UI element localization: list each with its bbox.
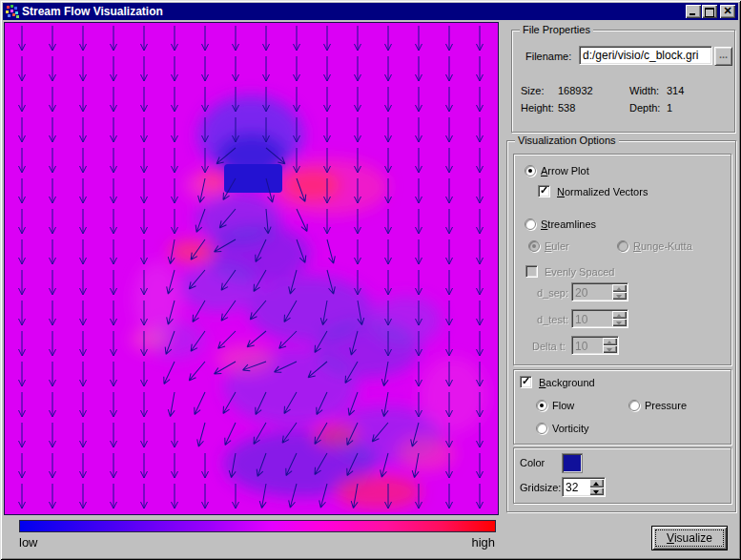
vorticity-label: Vorticity: [552, 423, 589, 434]
vorticity-radio[interactable]: [536, 423, 547, 434]
d-sep-up-icon: [612, 284, 627, 292]
flow-label: Flow: [552, 400, 574, 411]
app-window: Stream Flow Visualization ✕ low high Fil…: [0, 0, 741, 560]
normalized-vectors-checkbox[interactable]: ✓: [538, 185, 550, 197]
depth-value: 1: [667, 102, 672, 114]
pressure-radio[interactable]: [628, 400, 640, 411]
color-label: Color: [520, 457, 545, 468]
colorbar-low-label: low: [19, 535, 38, 550]
window-title: Stream Flow Visualization: [22, 5, 163, 18]
delta-t-spinner: 10: [571, 336, 619, 355]
delta-t-label: Delta t:: [532, 341, 566, 352]
close-icon: ✕: [720, 5, 735, 17]
visualization-options-title: Visualization Options: [515, 135, 619, 146]
size-label: Size:: [521, 85, 544, 96]
depth-label: Depth:: [629, 102, 660, 114]
runge-kutta-label: Runge-Kutta: [633, 240, 692, 252]
background-panel: ✓ Background Flow Pressure Vorticity: [513, 369, 731, 445]
evenly-spaced-label: Evenly Spaced: [545, 266, 614, 278]
height-label: Height:: [521, 102, 554, 114]
visualize-button-label: Visualize: [652, 531, 727, 545]
width-value: 314: [667, 85, 684, 96]
pressure-label: Pressure: [645, 400, 687, 411]
d-test-label: d_test:: [537, 314, 568, 325]
arrow-plot-radio[interactable]: [525, 165, 536, 176]
width-label: Width:: [629, 85, 659, 96]
streamlines-radio[interactable]: [525, 218, 536, 230]
maximize-icon: [705, 8, 714, 17]
minimize-icon: [690, 13, 695, 15]
minimize-button[interactable]: [686, 5, 701, 18]
height-value: 538: [558, 102, 575, 114]
plot-mode-panel: Arrow Plot ✓ Normalized Vectors Streamli…: [513, 154, 731, 365]
euler-label: Euler: [545, 240, 569, 252]
app-icon: [6, 5, 19, 18]
close-button[interactable]: ✕: [720, 5, 735, 18]
delta-t-up-icon: [603, 338, 617, 345]
title-bar[interactable]: Stream Flow Visualization ✕: [3, 3, 738, 20]
browse-button[interactable]: ...: [714, 47, 732, 66]
file-properties-title: File Properties: [520, 24, 593, 35]
file-properties-group: File Properties Filename: d:/geri/visio/…: [511, 30, 735, 133]
color-gridsize-panel: Color Gridsize: 32: [513, 447, 731, 504]
color-swatch[interactable]: [562, 453, 583, 473]
d-test-up-icon: [612, 311, 627, 319]
filename-input[interactable]: d:/geri/visio/c_block.gri: [579, 46, 712, 65]
flow-visualization-canvas: [4, 22, 499, 515]
visualization-options-group: Visualization Options Arrow Plot ✓ Norma…: [506, 140, 736, 512]
d-test-spinner: 10: [571, 309, 628, 328]
filename-label: Filename:: [525, 51, 571, 62]
visualize-button[interactable]: Visualize: [651, 526, 728, 550]
runge-kutta-radio: [617, 240, 628, 252]
streamlines-label: Streamlines: [541, 218, 596, 230]
color-scale-bar: [19, 520, 496, 532]
gridsize-label: Gridsize:: [520, 482, 561, 493]
delta-t-down-icon: [603, 345, 617, 353]
size-value: 168932: [558, 85, 593, 96]
d-test-down-icon: [612, 319, 627, 326]
euler-radio: [528, 240, 540, 252]
d-sep-down-icon: [612, 292, 627, 300]
colorbar-high-label: high: [448, 535, 495, 550]
maximize-button[interactable]: [702, 5, 717, 18]
gridsize-down-button[interactable]: [589, 487, 604, 496]
gridsize-spinner[interactable]: 32: [562, 477, 606, 497]
gridsize-up-button[interactable]: [589, 479, 604, 487]
flow-field-plot: [5, 23, 496, 512]
evenly-spaced-checkbox: ✓: [525, 265, 538, 278]
normalized-vectors-label: Normalized Vectors: [557, 186, 648, 197]
d-sep-spinner: 20: [571, 282, 628, 301]
background-checkbox[interactable]: ✓: [520, 376, 532, 388]
arrow-plot-label: Arrow Plot: [541, 165, 589, 176]
background-label: Background: [539, 377, 595, 388]
d-sep-label: d_sep:: [537, 287, 568, 299]
flow-radio[interactable]: [536, 400, 547, 411]
